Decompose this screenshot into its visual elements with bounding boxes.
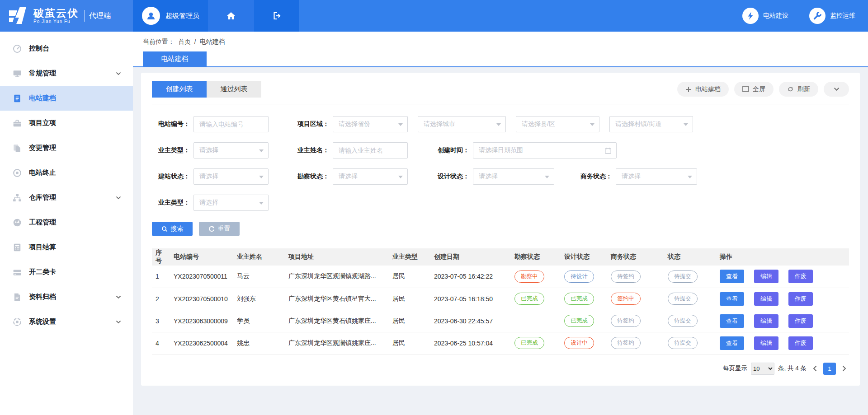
void-button[interactable]: 作废 [788,292,813,306]
sidebar-item-general-mgmt[interactable]: 常规管理 [0,61,133,86]
breadcrumb-home[interactable]: 首页 [178,38,191,45]
reset-button[interactable]: 重置 [199,222,240,236]
per-page-select[interactable]: 10 [751,363,774,375]
lightning-icon [742,8,759,24]
design-status-badge: 待设计 [564,270,594,283]
survey-status-select[interactable]: 请选择 [333,168,408,185]
search-button[interactable]: 搜索 [152,222,193,236]
refresh-icon [787,86,794,93]
sidebar-item-label: 开二类卡 [29,268,56,276]
cell-code: YX2023063000009 [170,310,233,332]
county-select[interactable]: 请选择县/区 [516,116,599,132]
sidebar-item-engineering-mgmt[interactable]: 工程管理 [0,210,133,235]
col-header-owner: 业主姓名 [233,248,285,266]
add-station-button[interactable]: 电站建档 [677,82,729,97]
edit-button[interactable]: 编辑 [754,270,778,283]
sidebar-item-label: 电站建档 [29,94,56,103]
sidebar-item-console[interactable]: 控制台 [0,36,133,61]
caret-down-icon [259,202,264,205]
table-row: 2 YX2023070500010 刘强东 广东深圳龙华区黄石镇星官大... 居… [152,288,849,310]
sidebar-item-change-mgmt[interactable]: 变更管理 [0,135,133,160]
edit-button[interactable]: 编辑 [754,314,778,328]
prev-page-button[interactable] [810,364,820,373]
cell-address: 广东深圳龙华区观澜镇观湖路... [285,266,389,288]
dashboard-icon [13,44,22,53]
owner-type2-select[interactable]: 请选择 [193,195,269,211]
logo-text: 破茧云伏 Po Jian Yun Fu [33,8,79,24]
breadcrumb-label: 当前位置： [143,38,175,45]
create-time-range-input[interactable]: 请选择日期范围 [473,142,617,159]
build-status-select[interactable]: 请选择 [193,168,269,185]
status-badge: 待提交 [668,293,698,305]
city-select[interactable]: 请选择城市 [418,116,506,132]
view-button[interactable]: 查看 [720,336,744,350]
cell-address: 广东深圳龙华区黄石镇星官大... [285,288,389,310]
page-1-button[interactable]: 1 [823,363,836,375]
head-divider [152,104,849,104]
void-button[interactable]: 作废 [788,336,813,350]
view-button[interactable]: 查看 [720,292,744,306]
fullscreen-button[interactable]: 全屏 [734,82,774,97]
sidebar-item-warehouse-mgmt[interactable]: 仓库管理 [0,185,133,210]
nav-monitor-ops[interactable]: 监控运维 [809,8,855,24]
user-menu[interactable]: 超级管理员 [133,0,208,32]
col-header-status: 状态 [664,248,716,266]
sidebar-item-project-initiation[interactable]: 项目立项 [0,111,133,135]
topbar: 破茧云伏 Po Jian Yun Fu 代理端 超级管理员 [0,0,868,32]
caret-down-icon [259,149,264,152]
sidebar-item-label: 工程管理 [29,218,56,227]
village-select[interactable]: 请选择村镇/街道 [609,116,693,132]
tab-create-list[interactable]: 创建列表 [152,81,207,98]
collapse-toolbar-button[interactable] [824,82,849,97]
owner-type-select[interactable]: 请选择 [193,142,269,159]
logo-subtitle: Po Jian Yun Fu [33,19,79,24]
col-header-survey: 勘察状态 [511,248,561,266]
sidebar-item-label: 系统设置 [29,317,56,326]
cell-type: 居民 [389,288,430,310]
sidebar-item-system-settings[interactable]: 系统设置 [0,309,133,334]
sidebar-item-data-archive[interactable]: 资料归档 [0,284,133,309]
sidebar-item-station-archive[interactable]: 电站建档 [0,86,133,111]
edit-button[interactable]: 编辑 [754,336,778,350]
cell-no: 3 [152,310,170,332]
calendar-icon [604,147,612,154]
void-button[interactable]: 作废 [788,270,813,283]
reset-icon [208,226,215,232]
void-button[interactable]: 作废 [788,314,813,328]
design-status-badge: 已完成 [564,293,594,305]
filter-form: 电站编号： 项目区域： 请选择省份 请选择城市 请选择县/区 [152,116,849,236]
view-button[interactable]: 查看 [720,270,744,283]
build-status-placeholder: 请选择 [199,173,218,181]
cell-created: 2023-06-25 10:57:04 [430,332,511,354]
owner-name-input[interactable] [333,142,408,159]
filter-actions: 搜索 重置 [152,222,849,236]
next-page-button[interactable] [840,364,849,373]
page-tab-station-archive[interactable]: 电站建档 [143,51,207,66]
logo-icon [8,6,29,26]
table-row: 1 YX2023070500011 马云 广东深圳龙华区观澜镇观湖路... 居民… [152,266,849,288]
business-status-select[interactable]: 请选择 [616,168,697,185]
refresh-button[interactable]: 刷新 [779,82,818,97]
fullscreen-icon [742,86,749,92]
station-code-input[interactable] [193,116,269,132]
nav-station-build[interactable]: 电站建设 [742,8,788,24]
owner-type2-label: 业主类型： [152,199,190,207]
panel-card: 创建列表 通过列表 电站建档 全屏 [141,73,860,386]
home-icon [226,10,236,21]
tab-passed-list[interactable]: 通过列表 [207,81,261,98]
sidebar-item-project-settlement[interactable]: 项目结算 [0,235,133,260]
sidebar-item-station-termination[interactable]: 电站终止 [0,160,133,185]
home-button[interactable] [208,0,254,32]
caret-down-icon [398,123,403,126]
province-select[interactable]: 请选择省份 [333,116,408,132]
col-header-ops: 操作 [716,248,849,266]
cell-owner: 姚忠 [233,332,285,354]
sidebar-item-open-class2-card[interactable]: 开二类卡 [0,260,133,284]
design-status-select[interactable]: 请选择 [473,168,554,185]
sidebar-item-label: 电站终止 [29,168,56,177]
edit-button[interactable]: 编辑 [754,292,778,306]
logout-button[interactable] [254,0,299,32]
breadcrumb-separator: / [194,38,196,45]
total-count-label: 条, 共 4 条 [778,364,807,373]
view-button[interactable]: 查看 [720,314,744,328]
